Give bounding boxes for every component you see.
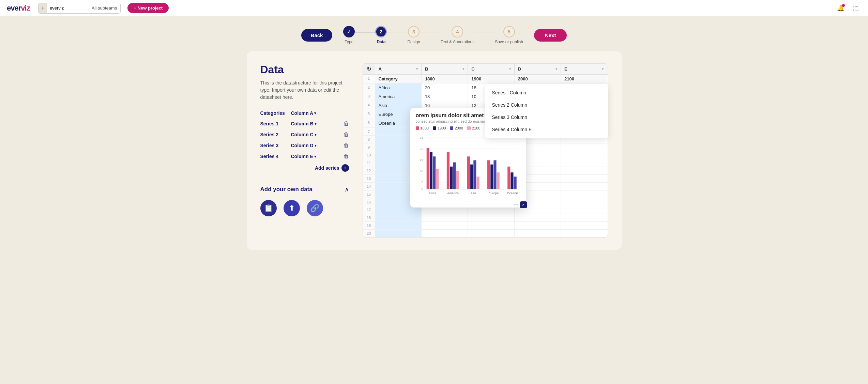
upload-icon-btn[interactable]: ⬆ [284,200,300,216]
bar-america-2000 [453,163,456,189]
left-panel: Data This is the datastructure for this … [260,63,349,237]
search-plus-btn[interactable]: + [39,3,47,13]
series-col-item-3[interactable]: Series 3 Column [485,111,608,123]
step-2-circle: 2 [375,26,387,37]
sheet-header-row: ↻ A ▾ B ▾ C ▾ D ▾ E ▾ [363,64,608,75]
col-header-b[interactable]: B ▾ [422,64,468,74]
mapping-series1-select[interactable]: Column B ▾ [291,121,317,126]
content-card: Data This is the datastructure for this … [247,51,622,250]
cell-1-c[interactable]: 1900 [468,75,514,83]
legend-label-1900: 1900 [438,126,446,130]
bar-africa-2000 [433,156,436,189]
bar-africa-2100 [436,169,439,189]
step-2-label: Data [377,40,385,44]
chevron-down-icon: ▾ [314,111,316,116]
steps: ✓ Type 2 Data 3 Design 4 Text & Annotati… [343,26,523,44]
bar-africa-1800 [426,148,429,189]
series-col-item-2[interactable]: Series 2 Column [485,99,608,111]
cell-1-d[interactable]: 2000 [515,75,561,83]
bar-africa-1900 [429,152,432,189]
svg-text:0: 0 [421,187,423,190]
delete-series2-icon[interactable]: 🗑 [344,132,349,138]
mapping-series4-value: Column E [291,154,313,159]
table-row: 1 Category 1800 1900 2000 2100 [363,75,608,83]
svg-text:Oceania: Oceania [507,191,519,195]
series-columns-dropdown: Series ` Column Series 2 Column Series 3… [485,84,608,138]
account-icon[interactable]: ⬚ [850,3,861,14]
bar-asia-2100 [476,176,479,189]
cell-1-e[interactable]: 2100 [561,75,607,83]
clipboard-icon-btn[interactable]: 📋 [260,200,277,216]
legend-dot-1900 [433,126,436,130]
col-header-e[interactable]: E ▾ [561,64,607,74]
mapping-categories-select[interactable]: Column A ▾ [291,110,317,116]
bar-america-1900 [450,167,452,189]
svg-text:5: 5 [421,181,423,184]
step-type[interactable]: ✓ Type [343,26,355,44]
chart-close-button[interactable]: × [520,201,527,208]
mapping-series2-value: Column C [291,132,314,137]
cell-2-a[interactable]: Africa [375,83,422,92]
link-icon: 🔗 [307,200,323,216]
row-num-3: 3 [363,92,375,101]
connector-4-5 [474,32,495,32]
delete-series4-icon[interactable]: 🗑 [344,153,349,159]
cell-3-b[interactable]: 18 [422,92,468,101]
svg-text:15: 15 [420,158,423,162]
mapping-series2-select[interactable]: Column C ▾ [291,132,317,137]
refresh-cell[interactable]: ↻ [363,64,375,74]
new-project-button[interactable]: + New project [127,3,169,13]
chevron-down-icon-s1: ▾ [315,122,317,126]
row-num-1: 1 [363,75,375,83]
upload-icon: ⬆ [284,200,300,216]
step-data[interactable]: 2 Data [375,26,387,44]
step-text-annotations[interactable]: 4 Text & Annotations [441,26,474,44]
delete-series3-icon[interactable]: 🗑 [344,142,349,149]
next-button[interactable]: Next [534,29,567,42]
bar-asia-2000 [473,160,476,189]
mapping-series4-select[interactable]: Column E ▾ [291,154,316,159]
bar-oceania-2000 [514,176,516,189]
chevron-down-icon-s3: ▾ [315,143,317,148]
mapping-series3-select[interactable]: Column D ▾ [291,143,317,148]
col-header-a[interactable]: A ▾ [375,64,422,74]
bar-europe-1900 [490,165,493,189]
cell-1-b[interactable]: 1800 [422,75,468,83]
row-num-4: 4 [363,101,375,110]
series-col-item-4[interactable]: Series 4 Column E [485,123,608,136]
legend-dot-2100 [467,126,471,130]
step-save-publish[interactable]: 5 Save or publish [495,26,523,44]
cell-2-b[interactable]: 20 [422,83,468,92]
subteam-label[interactable]: All subteams [88,3,120,13]
legend-label-2000: 2000 [455,126,463,130]
step-design[interactable]: 3 Design [407,26,420,44]
mapping-series1-label: Series 1 [260,121,288,126]
bar-oceania-1800 [507,167,510,189]
mapping-series4-label: Series 4 [260,154,288,159]
col-header-c[interactable]: C ▾ [468,64,514,74]
series-col-label-2: Series 2 Column [492,102,528,108]
legend-2100: 2100 [467,126,480,130]
mapping-series2-label: Series 2 [260,132,288,137]
add-series-label: Add series [315,165,339,171]
notification-icon[interactable]: 🔔 [835,3,846,14]
bar-america-1800 [446,152,449,189]
bar-asia-1800 [467,156,470,189]
search-input[interactable]: everviz [47,3,88,13]
col-header-d[interactable]: D ▾ [515,64,561,74]
mapping-series3-label: Series 3 [260,143,288,148]
step-4-circle: 4 [452,26,463,37]
mapping-categories-label: Categories [260,110,288,116]
cell-3-a[interactable]: America [375,92,422,101]
link-icon-btn[interactable]: 🔗 [307,200,323,216]
legend-label-1800: 1800 [421,126,429,130]
delete-series1-icon[interactable]: 🗑 [344,121,349,127]
svg-text:Europe: Europe [488,191,499,195]
add-series-row[interactable]: Add series + [260,164,349,172]
chart-svg: 25 20 15 10 5 0 [414,134,522,197]
cell-1-a[interactable]: Category [375,75,422,83]
series-col-item-1[interactable]: Series ` Column [485,87,608,99]
add-data-chevron-icon[interactable]: ∧ [345,186,349,193]
back-button[interactable]: Back [301,29,333,42]
bar-europe-2100 [497,172,499,189]
